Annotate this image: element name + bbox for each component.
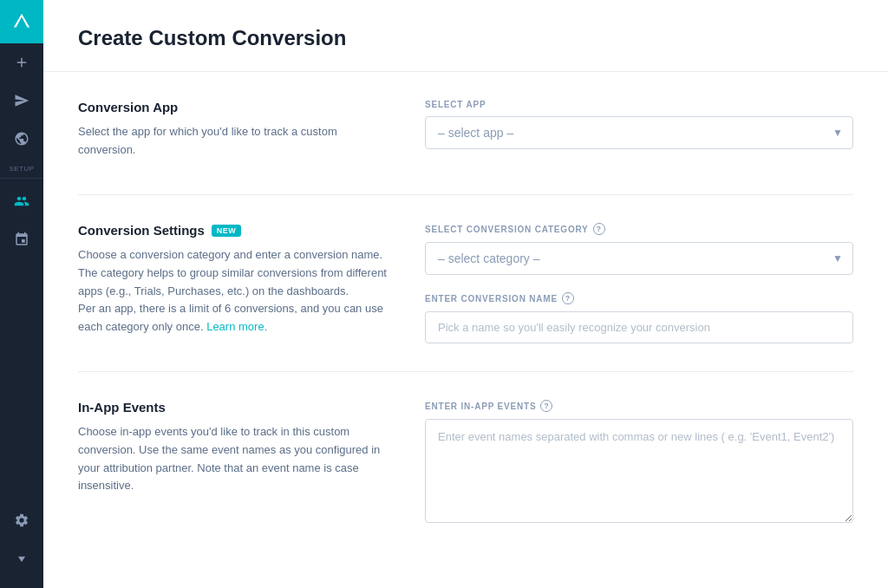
conversion-settings-desc: Choose a conversion category and enter a…: [78, 246, 390, 336]
conversion-settings-title: Conversion Settings NEW: [78, 223, 390, 238]
conversion-app-right: SELECT APP – select app – ▼: [425, 100, 853, 167]
in-app-events-info-icon[interactable]: ?: [540, 400, 552, 412]
conversion-settings-section: Conversion Settings NEW Choose a convers…: [78, 194, 853, 371]
select-category-label: SELECT CONVERSION CATEGORY ?: [425, 223, 853, 235]
setup-label: SETUP: [9, 165, 34, 173]
select-app-dropdown[interactable]: – select app –: [425, 116, 853, 149]
page-title: Create Custom Conversion: [78, 26, 853, 50]
in-app-events-title: In-App Events: [78, 400, 390, 415]
sidebar-item-add[interactable]: [0, 43, 43, 82]
conversion-name-label: ENTER CONVERSION NAME ?: [425, 292, 853, 304]
learn-more-link[interactable]: Learn more.: [206, 320, 267, 333]
in-app-events-right: ENTER IN-APP EVENTS ?: [425, 400, 853, 526]
new-badge: NEW: [212, 225, 242, 237]
conversion-settings-right: SELECT CONVERSION CATEGORY ? – select ca…: [425, 223, 853, 343]
conversion-app-desc: Select the app for which you'd like to t…: [78, 123, 390, 160]
sidebar-item-users[interactable]: [0, 182, 43, 220]
select-category-wrapper: – select category – ▼: [425, 242, 853, 275]
main-content: Create Custom Conversion Conversion App …: [43, 0, 888, 588]
in-app-events-label: ENTER IN-APP EVENTS ?: [425, 400, 853, 412]
select-app-wrapper: – select app – ▼: [425, 116, 853, 149]
sidebar-item-network[interactable]: [0, 220, 43, 258]
sidebar-logo: [0, 0, 43, 43]
select-app-label: SELECT APP: [425, 100, 853, 109]
sidebar-divider: [0, 178, 43, 179]
conversion-app-title: Conversion App: [78, 100, 390, 114]
in-app-events-section: In-App Events Choose in-app events you'd…: [78, 371, 853, 554]
sidebar-item-collapse[interactable]: [0, 539, 43, 578]
category-info-icon[interactable]: ?: [593, 223, 605, 235]
in-app-events-textarea[interactable]: [425, 419, 853, 523]
conversion-name-input[interactable]: [425, 311, 853, 343]
select-category-dropdown[interactable]: – select category –: [425, 242, 853, 275]
conversion-app-left: Conversion App Select the app for which …: [78, 100, 390, 167]
logo-icon: [12, 12, 31, 31]
sidebar-item-settings[interactable]: [0, 501, 43, 539]
sidebar: SETUP: [0, 0, 43, 588]
conversion-app-section: Conversion App Select the app for which …: [78, 72, 853, 194]
in-app-events-left: In-App Events Choose in-app events you'd…: [78, 400, 390, 526]
conversion-settings-left: Conversion Settings NEW Choose a convers…: [78, 223, 390, 343]
sidebar-bottom: [0, 501, 43, 588]
sidebar-item-send[interactable]: [0, 82, 43, 120]
in-app-events-desc: Choose in-app events you'd like to track…: [78, 423, 390, 495]
conversion-name-info-icon[interactable]: ?: [562, 292, 574, 304]
sidebar-item-globe[interactable]: [0, 120, 43, 158]
